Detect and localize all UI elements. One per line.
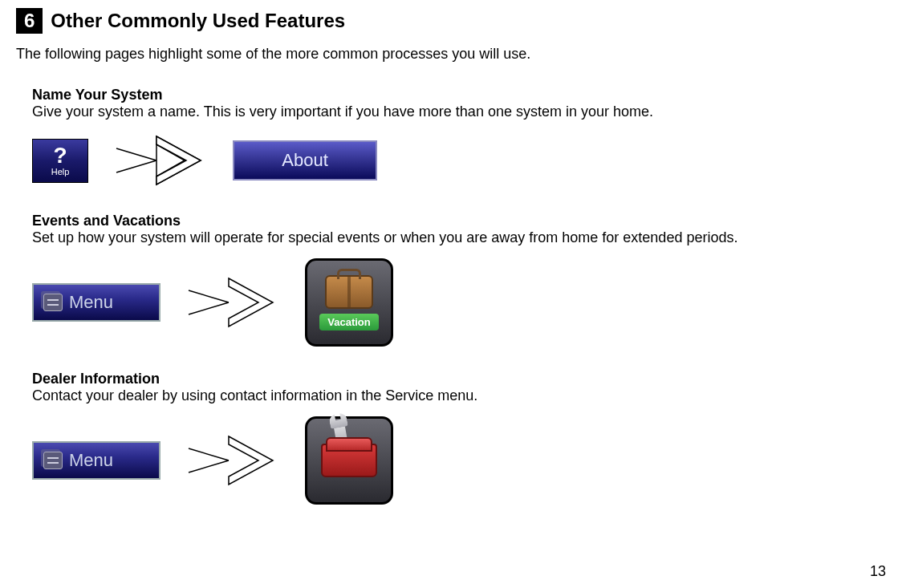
section-title: Other Commonly Used Features: [51, 10, 345, 32]
section-number-badge: 6: [16, 8, 43, 34]
intro-text: The following pages highlight some of th…: [16, 46, 886, 63]
flow-row: Menu: [32, 416, 886, 505]
arrow-icon: [185, 432, 281, 489]
menu-label: Menu: [69, 292, 113, 313]
list-icon: [43, 452, 63, 469]
vacation-app-icon[interactable]: Vacation: [305, 258, 393, 347]
feature-title: Dealer Information: [32, 371, 886, 387]
vacation-label: Vacation: [319, 314, 378, 330]
svg-line-0: [116, 148, 156, 160]
list-icon: [43, 294, 63, 311]
menu-button[interactable]: Menu: [32, 283, 160, 322]
feature-desc: Give your system a name. This is very im…: [32, 103, 886, 120]
toolbox-icon: [321, 444, 377, 477]
feature-name-system: Name Your System Give your system a name…: [32, 87, 886, 189]
flow-row: ? Help About: [32, 132, 886, 189]
feature-title: Name Your System: [32, 87, 886, 103]
feature-events-vacations: Events and Vacations Set up how your sys…: [32, 213, 886, 347]
arrow-icon: [112, 132, 209, 189]
svg-line-1: [116, 160, 156, 172]
page-number: 13: [870, 563, 886, 580]
suitcase-icon: [325, 275, 373, 309]
help-button[interactable]: ? Help: [32, 139, 88, 183]
svg-line-3: [189, 290, 229, 302]
svg-line-6: [189, 460, 229, 472]
question-mark-icon: ?: [53, 144, 67, 167]
about-label: About: [282, 150, 328, 171]
svg-line-5: [189, 448, 229, 460]
arrow-icon: [185, 274, 281, 330]
service-app-icon[interactable]: [305, 416, 393, 505]
feature-desc: Contact your dealer by using contact inf…: [32, 387, 886, 404]
flow-row: Menu Vacation: [32, 258, 886, 347]
help-label: Help: [51, 167, 70, 176]
menu-button[interactable]: Menu: [32, 441, 160, 480]
about-button[interactable]: About: [233, 140, 377, 180]
svg-line-4: [189, 302, 229, 314]
feature-desc: Set up how your system will operate for …: [32, 229, 886, 246]
section-header: 6 Other Commonly Used Features: [16, 8, 886, 34]
feature-dealer-info: Dealer Information Contact your dealer b…: [32, 371, 886, 505]
menu-label: Menu: [69, 450, 113, 471]
feature-title: Events and Vacations: [32, 213, 886, 229]
